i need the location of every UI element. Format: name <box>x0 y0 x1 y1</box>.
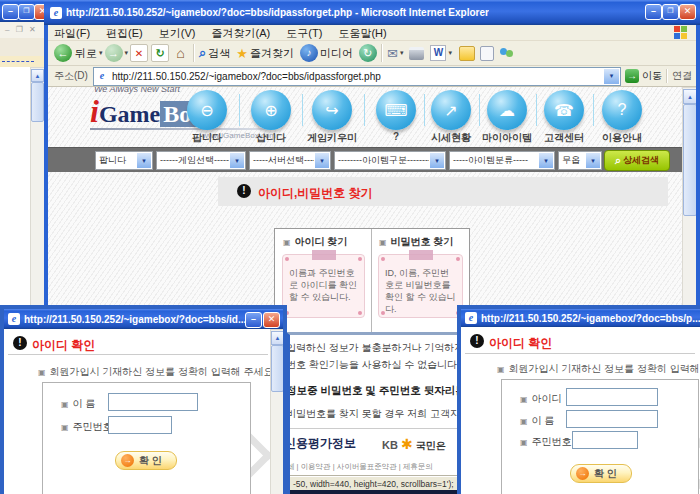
nav-guide-icon[interactable]: ? <box>602 90 642 130</box>
left-popup-titlebar[interactable]: e http://211.50.150.252/~igamebox/?doc=b… <box>4 309 283 329</box>
background-window-titlebar[interactable]: – ❐ ✕ <box>0 0 46 22</box>
nav-separator <box>364 94 365 126</box>
nav-service-icon[interactable]: ☎ <box>544 90 584 130</box>
background-window-ruler <box>0 56 46 67</box>
id-input[interactable] <box>566 388 658 406</box>
history-icon[interactable]: ↻ <box>359 44 377 62</box>
filter-select-option[interactable]: 무옵▾ <box>558 151 602 170</box>
menu-edit[interactable]: 편집(E) <box>106 25 143 41</box>
child-restore-icon[interactable]: ❐ <box>16 25 23 34</box>
toolbar-separator <box>193 44 195 62</box>
address-dropdown-icon[interactable]: ▾ <box>603 68 620 85</box>
id-label: ▣아이디 <box>520 392 562 406</box>
ssn-input[interactable] <box>572 431 638 449</box>
main-titlebar[interactable]: e http://211.50.150.252/~igamebox/?doc=b… <box>44 0 700 25</box>
scroll-thumb[interactable] <box>271 345 283 392</box>
nav-question-icon[interactable]: ⌨ <box>376 90 416 130</box>
restore-icon[interactable]: ❐ <box>18 4 35 20</box>
filter-select-game[interactable]: ------게임선택------▾ <box>156 151 246 170</box>
filter-select-server[interactable]: -----서버선택-----▾ <box>249 151 331 170</box>
child-minimize-icon[interactable]: – <box>5 25 9 34</box>
name-input[interactable] <box>566 410 658 428</box>
scroll-thumb[interactable] <box>31 82 44 122</box>
back-dropdown-icon[interactable]: ▾ <box>99 49 103 57</box>
chevron-down-icon[interactable]: ▾ <box>136 152 152 169</box>
filter-select-sell[interactable]: 팝니다▾ <box>95 151 153 170</box>
chevron-down-icon[interactable]: ▾ <box>585 152 601 169</box>
close-icon[interactable]: ✕ <box>679 4 696 20</box>
nav-sell-label[interactable]: 팝니다 <box>172 131 242 145</box>
address-field[interactable]: e ▾ <box>93 67 621 86</box>
address-input[interactable] <box>112 69 603 84</box>
minimize-icon[interactable]: – <box>2 4 19 20</box>
find-pw-title: ▣비밀번호 찾기 <box>379 235 453 249</box>
square-bullet-icon: ▣ <box>61 423 69 432</box>
sidebar-tool-icon[interactable] <box>480 46 494 61</box>
confirm-button[interactable]: → 확 인 <box>115 451 177 470</box>
ssn-input[interactable] <box>108 416 172 434</box>
menu-favorites[interactable]: 즐겨찾기(A) <box>212 25 271 41</box>
print-icon[interactable] <box>409 47 424 60</box>
maximize-icon[interactable]: ❐ <box>662 4 679 20</box>
mail-dropdown-icon[interactable]: ▾ <box>400 49 404 57</box>
filter-select-item-class[interactable]: -----아이템분류-----▾ <box>449 151 555 170</box>
menu-view[interactable]: 보기(V) <box>159 25 196 41</box>
middle-popup-window: 입력하신 정보가 불충분하거나 기억하지 못하실 경 번호 확인기능을 사용하실… <box>286 332 461 494</box>
forward-button[interactable]: → ▾ <box>105 44 131 62</box>
middle-popup-divider <box>290 428 461 429</box>
scroll-thumb[interactable] <box>683 104 696 216</box>
pin-decoration <box>358 311 362 315</box>
scroll-up-icon[interactable]: ▲ <box>31 69 44 82</box>
footer-links[interactable]: 체 | 이용약관 | 사이버몰표준약관 | 제휴문의 <box>290 462 461 472</box>
child-close-icon[interactable]: ✕ <box>29 25 36 34</box>
nav-myitem-icon[interactable]: ☁ <box>487 90 527 130</box>
forward-dropdown-icon[interactable]: ▾ <box>125 49 129 57</box>
chevron-down-icon[interactable]: ▾ <box>429 152 445 169</box>
nav-price-icon[interactable]: ↗ <box>431 90 471 130</box>
chevron-down-icon[interactable]: ▾ <box>538 152 554 169</box>
minimize-icon[interactable]: – <box>645 4 662 20</box>
square-bullet-icon: ▣ <box>283 238 291 247</box>
go-button[interactable]: → 이동 <box>625 69 662 83</box>
minimize-icon[interactable]: – <box>245 312 262 328</box>
edit-dropdown-icon[interactable]: ▾ <box>448 49 452 57</box>
detail-search-button[interactable]: ⌕ 상세검색 <box>604 150 670 171</box>
nav-gamegrow-icon[interactable]: ↪ <box>312 90 352 130</box>
scroll-up-icon[interactable]: ▲ <box>683 89 696 104</box>
right-popup-titlebar[interactable]: e http://211.50.150.252/~igamebox/?doc=b… <box>461 309 700 327</box>
name-input[interactable] <box>108 393 198 411</box>
refresh-button[interactable]: ↻ <box>151 44 169 62</box>
discuss-icon[interactable] <box>459 46 475 61</box>
go-label: 이동 <box>642 69 662 83</box>
confirm-button[interactable]: → 확 인 <box>570 464 632 483</box>
square-bullet-icon: ▣ <box>497 365 505 374</box>
scroll-up-icon[interactable]: ▲ <box>271 331 283 345</box>
favorites-button[interactable]: ★ 즐겨찾기 <box>236 46 294 61</box>
edit-word-button[interactable]: W ▾ <box>430 45 454 61</box>
media-label: 미디어 <box>320 46 353 61</box>
screen: – ❐ ✕ – ❐ ✕ ▲ e http://211.50.150.252/~i… <box>0 0 700 494</box>
mail-button[interactable]: ✉ ▾ <box>387 46 405 61</box>
filter-select-item-type[interactable]: --------아이템구분--------▾ <box>334 151 446 170</box>
nav-buy-icon[interactable]: ⊕ <box>251 90 291 130</box>
chevron-down-icon[interactable]: ▾ <box>314 152 330 169</box>
nav-sell-icon[interactable]: ⊖ <box>187 90 227 130</box>
menu-tools[interactable]: 도구(T) <box>286 25 322 41</box>
media-button[interactable]: ♪ 미디어 <box>300 44 353 62</box>
nav-guide-label[interactable]: 이용안내 <box>587 131 657 145</box>
stop-button[interactable]: ✕ <box>130 44 148 62</box>
links-label[interactable]: 연결 <box>672 69 692 83</box>
nav-gamegrow-label[interactable]: 게임키우미 <box>297 131 367 145</box>
menu-file[interactable]: 파일(F) <box>54 25 90 41</box>
left-popup-scrollbar[interactable]: ▲ <box>270 329 283 494</box>
nav-buy-label[interactable]: 삽니다 <box>236 131 306 145</box>
left-popup-form-box: ▣이 름 ▣주민번호 → 확 인 <box>42 382 251 494</box>
chevron-down-icon[interactable]: ▾ <box>229 152 245 169</box>
messenger-icon[interactable] <box>499 46 515 60</box>
search-button[interactable]: ⌕ 검색 <box>199 45 230 61</box>
find-pw-note: ID, 이름, 주민번호로 비밀번호를 확인 할 수 있습니다. <box>378 254 463 318</box>
close-icon[interactable]: ✕ <box>263 312 280 328</box>
back-button[interactable]: ← 뒤로 ▾ <box>54 44 105 62</box>
menu-help[interactable]: 도움말(H) <box>338 25 386 41</box>
home-button[interactable]: ⌂ <box>172 45 189 62</box>
